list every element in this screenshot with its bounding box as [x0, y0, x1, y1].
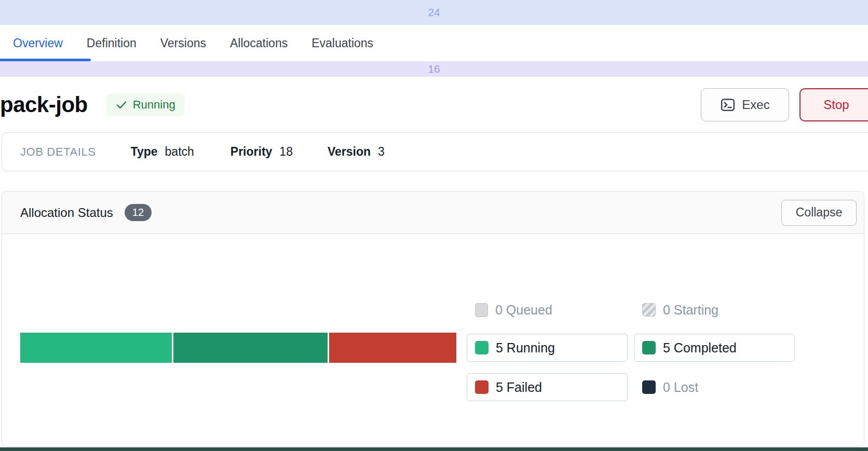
legend-label: 5 Failed: [496, 380, 542, 395]
starting-swatch-icon: [642, 303, 656, 317]
spacing-annotation-top-value: 24: [428, 6, 440, 19]
lost-swatch-icon: [642, 380, 656, 394]
tab-versions[interactable]: Versions: [148, 25, 218, 61]
legend-item-running: 5 Running: [467, 334, 628, 362]
field-label: Priority: [230, 145, 273, 159]
field-value: batch: [165, 145, 194, 159]
bar-segment-failed[interactable]: [329, 333, 456, 363]
page-title: pack-job: [0, 92, 88, 117]
legend-item-queued: 0 Queued: [467, 303, 552, 317]
window-edge-strip: [0, 447, 868, 451]
field-value: 18: [279, 145, 293, 159]
queued-swatch-icon: [475, 303, 488, 317]
terminal-icon: [720, 97, 736, 113]
running-swatch-icon: [475, 341, 489, 354]
legend-item-starting: 0 Starting: [634, 303, 718, 317]
failed-swatch-icon: [475, 380, 489, 394]
allocation-bar-chart: [20, 333, 456, 363]
exec-button[interactable]: Exec: [701, 88, 789, 121]
legend-label: 0 Queued: [495, 303, 552, 318]
allocation-status-body: 0 Queued 0 Starting 5 Running 5 Complete…: [2, 234, 864, 446]
legend-item-lost: 0 Lost: [634, 373, 698, 401]
legend-item-completed: 5 Completed: [634, 334, 795, 362]
status-badge: Running: [106, 93, 184, 116]
bar-segment-completed[interactable]: [173, 333, 328, 363]
job-details-title: JOB DETAILS: [20, 145, 96, 159]
field-label: Type: [131, 145, 158, 159]
allocation-status-panel: Allocation Status 12 Collapse 0 Queued 0…: [2, 191, 864, 447]
tab-overview[interactable]: Overview: [1, 25, 75, 61]
job-details-field-type: Type batch: [131, 145, 194, 159]
completed-swatch-icon: [642, 341, 656, 354]
check-icon: [115, 99, 128, 111]
allocation-count-badge: 12: [125, 204, 152, 221]
job-details-field-version: Version 3: [328, 145, 385, 159]
field-label: Version: [328, 145, 371, 159]
collapse-button[interactable]: Collapse: [781, 200, 857, 226]
spacing-annotation-bottom-value: 16: [428, 63, 440, 75]
status-badge-label: Running: [133, 98, 175, 112]
legend-label: 5 Running: [496, 340, 555, 356]
stop-button[interactable]: Stop: [799, 88, 868, 121]
legend-label: 5 Completed: [663, 340, 737, 356]
job-header: pack-job Running Exec Stop: [0, 77, 868, 132]
legend-item-failed: 5 Failed: [467, 373, 628, 401]
job-details-panel: JOB DETAILS Type batch Priority 18 Versi…: [2, 132, 868, 171]
allocation-status-title: Allocation Status: [20, 206, 113, 220]
exec-button-label: Exec: [742, 98, 769, 112]
allocation-status-header: Allocation Status 12 Collapse: [2, 192, 864, 234]
legend-label: 0 Starting: [663, 303, 718, 318]
bar-segment-running[interactable]: [20, 333, 172, 363]
legend-label: 0 Lost: [663, 380, 698, 395]
tab-allocations[interactable]: Allocations: [218, 25, 300, 61]
tab-evaluations[interactable]: Evaluations: [300, 25, 385, 61]
spacing-annotation-bottom: 16: [0, 61, 868, 77]
stop-button-label: Stop: [823, 98, 849, 112]
field-value: 3: [378, 145, 385, 159]
tab-definition[interactable]: Definition: [75, 25, 148, 61]
active-tab-underline: [0, 59, 91, 61]
header-actions: Exec Stop: [701, 88, 868, 121]
spacing-annotation-top: 24: [0, 0, 868, 25]
spacer: [0, 171, 868, 191]
job-tabs: Overview Definition Versions Allocations…: [0, 25, 868, 61]
job-details-field-priority: Priority 18: [230, 145, 293, 159]
